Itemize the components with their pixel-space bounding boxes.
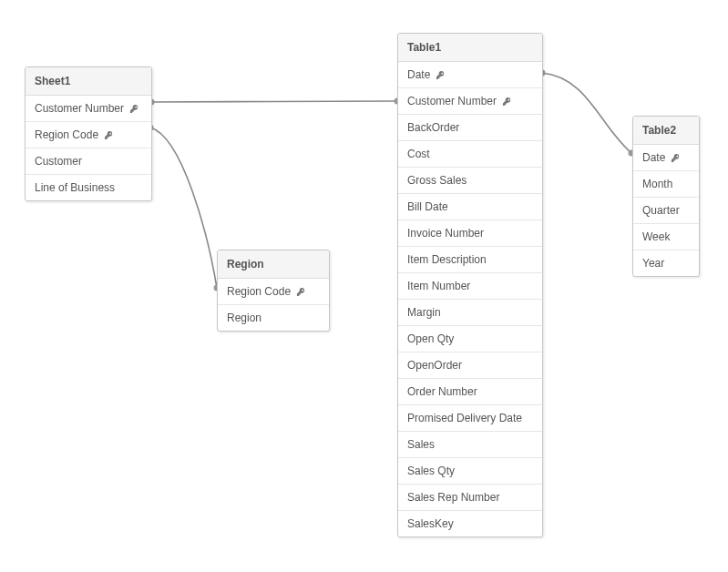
field-row[interactable]: Region [218,304,329,331]
field-label: Region Code [35,128,98,141]
field-row[interactable]: Customer Number [398,87,542,114]
field-label: Region [227,312,261,324]
field-row[interactable]: Margin [398,299,542,325]
field-label: Bill Date [407,200,448,213]
relationship-link [542,73,631,153]
table-sheet1[interactable]: Sheet1Customer NumberRegion CodeCustomer… [25,66,152,201]
field-row[interactable]: Promised Delivery Date [398,404,542,431]
field-row[interactable]: Week [633,223,699,250]
field-row[interactable]: Item Number [398,272,542,299]
field-row[interactable]: Sales Rep Number [398,484,542,510]
field-label: Order Number [407,385,477,398]
relationship-link [150,128,217,288]
field-row[interactable]: Region Code [218,279,329,304]
field-label: Sales Rep Number [407,491,499,504]
field-label: Promised Delivery Date [407,412,522,424]
key-icon [296,287,306,297]
field-label: Customer Number [35,102,124,115]
field-label: OpenOrder [407,359,462,372]
table-header[interactable]: Sheet1 [26,67,151,96]
field-label: Margin [407,306,441,319]
field-row[interactable]: Customer Number [26,96,151,121]
field-label: Open Qty [407,332,454,345]
field-label: Sales Qty [407,465,455,477]
field-row[interactable]: Order Number [398,378,542,404]
field-label: Date [642,151,665,164]
table-table1[interactable]: Table1DateCustomer NumberBackOrderCostGr… [397,33,543,537]
field-label: Customer Number [407,95,497,107]
relationship-link [151,101,397,102]
field-label: Item Number [407,280,470,292]
field-row[interactable]: Line of Business [26,174,151,200]
field-label: Item Description [407,253,487,266]
field-label: Gross Sales [407,174,467,187]
key-icon [671,153,681,163]
field-row[interactable]: Invoice Number [398,220,542,246]
table-table2[interactable]: Table2DateMonthQuarterWeekYear [632,116,700,277]
field-row[interactable]: Bill Date [398,193,542,220]
field-label: Line of Business [35,181,115,194]
field-row[interactable]: Customer [26,148,151,174]
field-row[interactable]: SalesKey [398,510,542,536]
field-row[interactable]: Region Code [26,121,151,148]
field-row[interactable]: Item Description [398,246,542,272]
field-label: Region Code [227,285,291,298]
field-row[interactable]: Date [398,62,542,87]
field-label: Year [642,257,664,270]
field-label: SalesKey [407,517,454,530]
field-label: Date [407,68,430,81]
field-label: Invoice Number [407,227,484,240]
field-row[interactable]: Sales [398,431,542,457]
field-row[interactable]: Month [633,170,699,197]
key-icon [502,97,512,107]
field-row[interactable]: OpenOrder [398,352,542,378]
table-header[interactable]: Region [218,250,329,279]
field-row[interactable]: Open Qty [398,325,542,352]
field-label: Sales [407,438,435,451]
field-label: Month [642,178,672,190]
key-icon [436,70,446,80]
key-icon [129,104,139,114]
field-label: Week [642,230,670,243]
field-label: Cost [407,148,430,160]
field-row[interactable]: Date [633,145,699,170]
table-region[interactable]: RegionRegion CodeRegion [217,250,330,332]
key-icon [104,130,114,140]
field-label: Quarter [642,204,680,217]
field-label: Customer [35,155,82,168]
field-row[interactable]: BackOrder [398,114,542,140]
field-row[interactable]: Sales Qty [398,457,542,484]
table-header[interactable]: Table1 [398,34,542,62]
field-row[interactable]: Quarter [633,197,699,223]
field-row[interactable]: Year [633,250,699,276]
field-label: BackOrder [407,121,459,134]
table-header[interactable]: Table2 [633,117,699,145]
field-row[interactable]: Gross Sales [398,167,542,193]
field-row[interactable]: Cost [398,140,542,167]
